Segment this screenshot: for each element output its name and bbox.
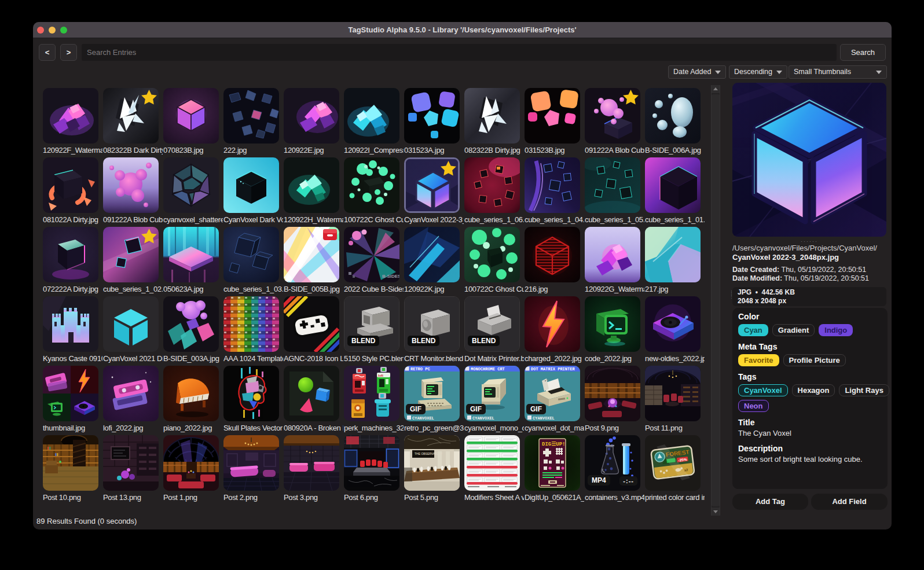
- svg-text:CYANVOXEL: CYANVOXEL: [472, 416, 494, 421]
- svg-text:CYANVOXEL: CYANVOXEL: [533, 416, 555, 421]
- svg-text:DIG☰UP!: DIG☰UP!: [542, 442, 565, 447]
- svg-text:MONOCHROME CRT: MONOCHROME CRT: [471, 367, 505, 372]
- svg-text:DOT MATRIX PRINTER: DOT MATRIX PRINTER: [531, 367, 575, 372]
- svg-text:RETRO PC: RETRO PC: [410, 367, 430, 372]
- svg-text:lofi: lofi: [378, 374, 383, 377]
- svg-text:B-SIDES: B-SIDES: [382, 274, 399, 279]
- svg-text:CYANVOXEL: CYANVOXEL: [412, 416, 434, 421]
